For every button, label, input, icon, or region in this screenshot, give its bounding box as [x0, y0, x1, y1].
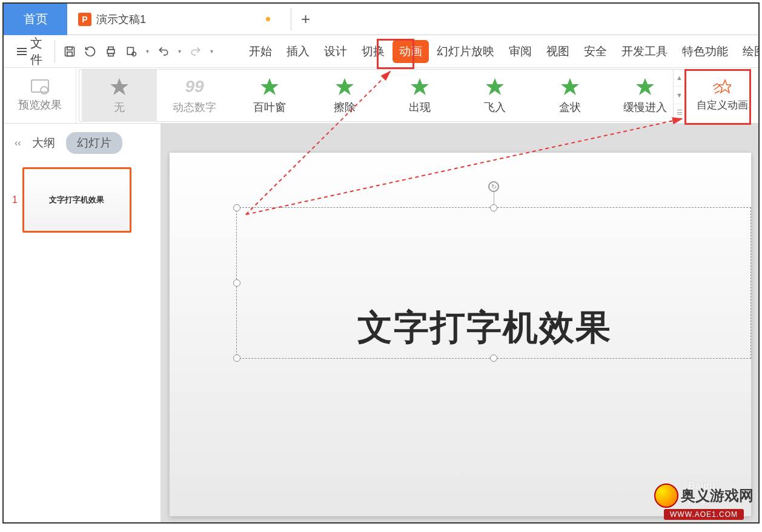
ribbon-tabs: 开始插入设计切换动画幻灯片放映审阅视图安全开发工具特色功能绘图工具 — [242, 40, 760, 63]
svg-rect-2 — [67, 52, 72, 56]
file-menu[interactable]: 文件 — [8, 32, 51, 71]
print-icon[interactable] — [105, 45, 117, 58]
ribbon-tab-10[interactable]: 特色功能 — [675, 40, 735, 63]
aoe-watermark: 奥义游戏网 WWW.AOE1.COM — [654, 484, 754, 520]
tab-slides[interactable]: 幻灯片 — [66, 132, 122, 154]
gallery-scroll[interactable]: ▲ ▼ ☰ — [673, 70, 685, 122]
presentation-icon: P — [78, 13, 91, 26]
animation-动态数字[interactable]: 99动态数字 — [157, 70, 232, 122]
quick-access-toolbar: ▾ ▾ ▾ — [55, 40, 222, 63]
svg-marker-14 — [486, 78, 504, 95]
svg-rect-4 — [108, 47, 113, 49]
svg-line-19 — [715, 91, 720, 93]
ribbon-tab-9[interactable]: 开发工具 — [615, 40, 674, 63]
svg-marker-11 — [260, 78, 279, 95]
slide-number: 1 — [12, 195, 18, 205]
gallery-down-icon[interactable]: ▼ — [674, 87, 685, 104]
ribbon-tab-5[interactable]: 幻灯片放映 — [430, 40, 501, 63]
svg-point-9 — [41, 87, 48, 94]
file-label: 文件 — [30, 35, 42, 68]
document-tab[interactable]: P 演示文稿1 — [67, 4, 281, 35]
resize-handle-w[interactable] — [233, 279, 240, 287]
title-bar: 首页 P 演示文稿1 + — [4, 4, 758, 35]
aoe-logo-icon — [654, 484, 678, 508]
print-preview-icon[interactable] — [125, 45, 137, 58]
animation-gallery: 无99动态数字百叶窗擦除出现飞入盒状缓慢进入 ▲ ▼ ☰ — [79, 69, 686, 122]
save-icon[interactable] — [64, 45, 76, 58]
resize-handle-n[interactable] — [490, 204, 497, 211]
redo-icon[interactable] — [190, 45, 202, 58]
preview-effect-button[interactable]: 预览效果 — [4, 68, 76, 123]
svg-marker-15 — [561, 78, 579, 95]
gallery-more-icon[interactable]: ☰ — [674, 104, 685, 122]
animation-label: 擦除 — [334, 100, 356, 115]
svg-line-20 — [713, 84, 718, 86]
ribbon-tab-6[interactable]: 审阅 — [502, 40, 538, 63]
animation-label: 出现 — [409, 100, 431, 115]
gallery-up-icon[interactable]: ▲ — [674, 70, 685, 87]
side-panel-tabs: ‹‹ 大纲 幻灯片 — [4, 124, 161, 162]
svg-rect-3 — [107, 49, 114, 53]
animation-label: 百叶窗 — [253, 100, 286, 115]
custom-animation-icon — [713, 79, 731, 96]
ribbon-tab-0[interactable]: 开始 — [242, 40, 279, 63]
tab-separator — [291, 8, 291, 30]
refresh-icon[interactable] — [84, 45, 96, 58]
thumbnail-list: 1 文字打字机效果 — [4, 162, 161, 522]
svg-line-18 — [714, 86, 719, 90]
aoe-url: WWW.AOE1.COM — [664, 509, 744, 520]
collapse-panel-icon[interactable]: ‹‹ — [15, 138, 21, 148]
animation-无[interactable]: 无 — [82, 70, 157, 122]
svg-marker-12 — [336, 78, 354, 95]
preview-icon — [31, 79, 49, 95]
ribbon-tab-8[interactable]: 安全 — [577, 40, 614, 63]
animation-缓慢进入[interactable]: 缓慢进入 — [608, 70, 683, 122]
ribbon-tab-2[interactable]: 设计 — [317, 40, 354, 63]
new-tab-button[interactable]: + — [301, 10, 310, 28]
animation-label: 无 — [114, 100, 125, 115]
slide-thumbnail-row[interactable]: 1 文字打字机效果 — [12, 167, 152, 233]
ribbon-tab-11[interactable]: 绘图工具 — [736, 40, 760, 63]
preview-label: 预览效果 — [18, 98, 62, 112]
animation-label: 盒状 — [559, 100, 581, 115]
menu-bar: 文件 ▾ ▾ ▾ 开始插入设计切换动画幻灯片放映审阅视图安全开发工具特色功能绘图… — [4, 35, 758, 68]
svg-rect-5 — [108, 53, 113, 56]
resize-handle-s[interactable] — [490, 354, 497, 362]
ribbon-tab-7[interactable]: 视图 — [540, 40, 576, 63]
workspace: ‹‹ 大纲 幻灯片 1 文字打字机效果 ↻ — [4, 124, 758, 522]
ribbon-tab-4[interactable]: 动画 — [393, 40, 429, 63]
animation-飞入[interactable]: 飞入 — [457, 70, 532, 122]
undo-icon[interactable] — [157, 45, 170, 58]
svg-marker-17 — [718, 80, 731, 93]
home-button[interactable]: 首页 — [4, 4, 67, 35]
animation-擦除[interactable]: 擦除 — [307, 70, 382, 122]
slide[interactable]: ↻ 文字打字机效果 — [170, 153, 751, 516]
custom-animation-button[interactable]: 自定义动画 — [689, 69, 755, 122]
resize-handle-sw[interactable] — [233, 354, 240, 362]
animation-label: 动态数字 — [173, 100, 216, 115]
ribbon: 预览效果 无99动态数字百叶窗擦除出现飞入盒状缓慢进入 ▲ ▼ ☰ 自定义动画 — [4, 68, 758, 124]
ribbon-tab-3[interactable]: 切换 — [355, 40, 391, 63]
document-name: 演示文稿1 — [96, 12, 146, 27]
animation-盒状[interactable]: 盒状 — [532, 70, 608, 122]
ribbon-tab-1[interactable]: 插入 — [280, 40, 316, 63]
tab-outline[interactable]: 大纲 — [32, 135, 55, 151]
rotation-handle-icon[interactable]: ↻ — [488, 181, 499, 192]
slide-title-text: 文字打字机效果 — [357, 304, 612, 351]
resize-handle-nw[interactable] — [233, 204, 240, 211]
svg-rect-1 — [67, 47, 72, 50]
animation-label: 缓慢进入 — [623, 100, 667, 115]
animation-label: 飞入 — [484, 100, 506, 115]
custom-animation-label: 自定义动画 — [697, 98, 748, 112]
side-panel: ‹‹ 大纲 幻灯片 1 文字打字机效果 — [4, 124, 161, 522]
slide-canvas-area: ↻ 文字打字机效果 Baidu jingyan — [161, 124, 758, 522]
svg-marker-16 — [636, 78, 654, 95]
svg-marker-10 — [110, 78, 128, 95]
modified-indicator-icon — [266, 17, 270, 21]
animation-百叶窗[interactable]: 百叶窗 — [232, 70, 307, 122]
animation-出现[interactable]: 出现 — [382, 70, 457, 122]
svg-marker-13 — [411, 78, 429, 95]
hamburger-icon — [17, 48, 27, 55]
slide-thumbnail[interactable]: 文字打字机效果 — [22, 167, 131, 233]
aoe-site-name: 奥义游戏网 — [681, 486, 754, 505]
